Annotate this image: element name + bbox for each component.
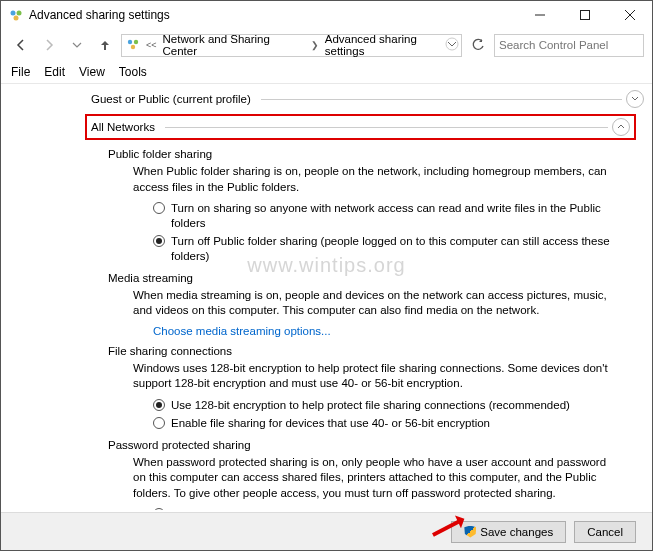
- up-button[interactable]: [93, 33, 117, 57]
- collapse-chevron-icon[interactable]: [612, 118, 630, 136]
- desc-media-streaming: When media streaming is on, people and d…: [133, 288, 620, 319]
- radio-label: Turn on password protected sharing: [171, 507, 355, 510]
- search-input[interactable]: Search Control Panel: [494, 34, 644, 57]
- expand-chevron-icon[interactable]: [626, 90, 644, 108]
- svg-point-2: [14, 16, 19, 21]
- control-panel-icon: [9, 8, 23, 22]
- radio-label: Enable file sharing for devices that use…: [171, 416, 490, 431]
- radio-icon: [153, 235, 165, 247]
- uac-shield-icon: [464, 526, 476, 538]
- link-media-streaming-options[interactable]: Choose media streaming options...: [153, 325, 644, 337]
- refresh-button[interactable]: [466, 34, 490, 57]
- button-label: Cancel: [587, 526, 623, 538]
- svg-point-10: [446, 38, 458, 50]
- radio-pps-on[interactable]: Turn on password protected sharing: [153, 507, 620, 510]
- radio-icon: [153, 508, 165, 510]
- chevron-right-icon: ❯: [309, 40, 321, 50]
- svg-point-1: [17, 11, 22, 16]
- minimize-button[interactable]: [517, 1, 562, 29]
- radio-label: Turn off Public folder sharing (people l…: [171, 234, 620, 264]
- recent-locations-button[interactable]: [65, 33, 89, 57]
- svg-point-8: [134, 40, 138, 44]
- desc-password-protected-sharing: When password protected sharing is on, o…: [133, 455, 620, 502]
- chevron-right-icon: <<: [144, 40, 159, 50]
- menu-file[interactable]: File: [11, 65, 30, 79]
- control-panel-small-icon: [126, 37, 140, 53]
- menu-tools[interactable]: Tools: [119, 65, 147, 79]
- heading-media-streaming: Media streaming: [108, 272, 644, 284]
- cancel-button[interactable]: Cancel: [574, 521, 636, 543]
- radio-fsc-4056[interactable]: Enable file sharing for devices that use…: [153, 416, 620, 431]
- svg-point-0: [11, 11, 16, 16]
- crumb-network-sharing[interactable]: Network and Sharing Center: [163, 33, 305, 57]
- forward-button[interactable]: [37, 33, 61, 57]
- close-button[interactable]: [607, 1, 652, 29]
- radio-icon: [153, 202, 165, 214]
- svg-point-7: [128, 40, 132, 44]
- profile-all-networks[interactable]: All Networks: [91, 121, 161, 133]
- radio-icon: [153, 417, 165, 429]
- radio-fsc-128[interactable]: Use 128-bit encryption to help protect f…: [153, 398, 620, 413]
- menu-edit[interactable]: Edit: [44, 65, 65, 79]
- desc-file-sharing-connections: Windows uses 128-bit encryption to help …: [133, 361, 620, 392]
- radio-icon: [153, 399, 165, 411]
- radio-pfs-off[interactable]: Turn off Public folder sharing (people l…: [153, 234, 620, 264]
- maximize-button[interactable]: [562, 1, 607, 29]
- crumb-advanced-sharing[interactable]: Advanced sharing settings: [325, 33, 457, 57]
- radio-pfs-on[interactable]: Turn on sharing so anyone with network a…: [153, 201, 620, 231]
- divider: [165, 127, 608, 128]
- heading-password-protected-sharing: Password protected sharing: [108, 439, 644, 451]
- address-bar[interactable]: << Network and Sharing Center ❯ Advanced…: [121, 34, 462, 57]
- profile-guest-public[interactable]: Guest or Public (current profile): [91, 93, 257, 105]
- svg-rect-4: [580, 11, 589, 20]
- search-placeholder: Search Control Panel: [499, 39, 608, 51]
- divider: [261, 99, 622, 100]
- svg-point-9: [131, 45, 135, 49]
- button-label: Save changes: [480, 526, 553, 538]
- back-button[interactable]: [9, 33, 33, 57]
- window-title: Advanced sharing settings: [29, 8, 517, 22]
- radio-label: Use 128-bit encryption to help protect f…: [171, 398, 570, 413]
- save-changes-button[interactable]: Save changes: [451, 521, 566, 543]
- heading-public-folder-sharing: Public folder sharing: [108, 148, 644, 160]
- heading-file-sharing-connections: File sharing connections: [108, 345, 644, 357]
- radio-label: Turn on sharing so anyone with network a…: [171, 201, 620, 231]
- address-dropdown-icon[interactable]: [445, 37, 459, 53]
- desc-public-folder-sharing: When Public folder sharing is on, people…: [133, 164, 620, 195]
- menu-view[interactable]: View: [79, 65, 105, 79]
